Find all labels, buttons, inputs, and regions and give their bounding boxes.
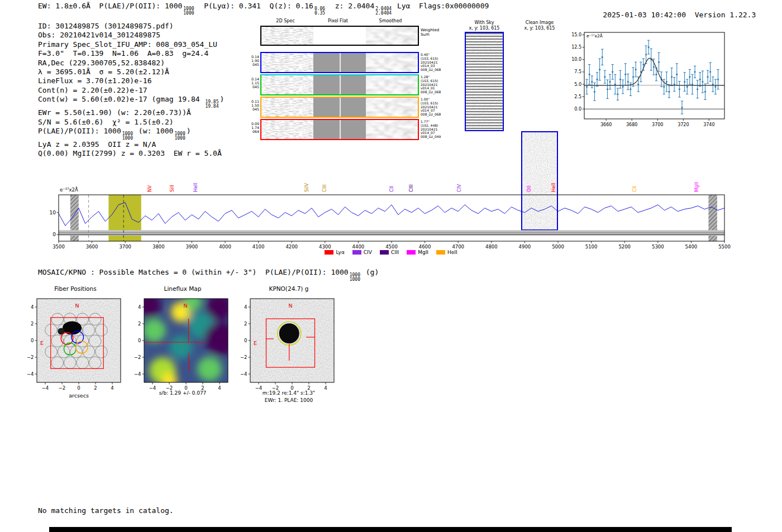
svg-text:−4: −4 [240, 371, 247, 377]
svg-text:0.0: 0.0 [574, 107, 581, 112]
svg-text:12.5: 12.5 [571, 45, 581, 50]
svg-text:5.0: 5.0 [574, 82, 581, 87]
pixel-flat-image [313, 98, 365, 117]
spec2d-row-left-labels: 0.091.74064 [246, 119, 260, 133]
svg-text:CIV: CIV [456, 184, 462, 192]
svg-text:3700: 3700 [652, 122, 663, 127]
svg-text:4: 4 [138, 304, 141, 310]
svg-text:10.0: 10.0 [571, 57, 581, 62]
svg-text:2: 2 [138, 321, 141, 327]
legend-item: CIV [352, 250, 372, 255]
with-sky-image [465, 32, 504, 131]
info-line: LyA z = 2.0395 OII z = N/A [38, 140, 224, 149]
lineflux-map-title: Lineflux Map [130, 285, 236, 292]
legend-item: CIII [380, 250, 399, 255]
svg-text:SiII: SiII [169, 185, 175, 192]
svg-text:0: 0 [31, 338, 34, 343]
spec2d-row-right-labels: WeightedSum [419, 26, 451, 37]
svg-text:N: N [183, 303, 187, 309]
svg-text:MgII: MgII [694, 182, 699, 192]
svg-text:2.5: 2.5 [574, 94, 581, 99]
spec2d-row-right-labels: 1.00"(103, 615)20210421v014_07008_LU_068 [419, 97, 451, 117]
svg-text:0: 0 [53, 232, 56, 237]
svg-text:15.0: 15.0 [571, 32, 581, 37]
svg-text:HeII: HeII [551, 183, 556, 192]
stacked-fraction: 0.060.35 [314, 7, 325, 15]
kpno-caption-2: EWr: 1. PLAE: 1000 [236, 397, 342, 403]
svg-text:3700: 3700 [119, 244, 131, 250]
clean-image-coords: x, y: 103, 615 [519, 26, 560, 31]
svg-text:4900: 4900 [519, 244, 531, 250]
flat-center-line [340, 120, 341, 139]
flat-center-line [340, 98, 341, 117]
legend-label: CIII [391, 250, 399, 255]
info-line: RA,Dec (229.300705,52.838482) [38, 59, 224, 68]
with-sky-title: With Sky [464, 20, 505, 25]
svg-text:4800: 4800 [485, 244, 498, 250]
svg-text:5200: 5200 [618, 244, 631, 250]
svg-text:OII: OII [526, 185, 532, 192]
spec2d-row: WeightedSum [246, 26, 451, 46]
legend-label: Lyα [336, 250, 344, 255]
svg-text:4500: 4500 [385, 244, 398, 250]
legend-swatch [380, 250, 389, 255]
svg-text:−2: −2 [134, 354, 141, 360]
stacked-fraction: 2.04042.0404 [375, 7, 392, 15]
info-line: S/N = 5.6(±0.6) χ² = 1.5(±0.2) [38, 118, 224, 127]
svg-text:5000: 5000 [552, 244, 564, 250]
svg-text:3740: 3740 [703, 122, 714, 127]
with-sky-coords: x, y: 103, 615 [464, 26, 505, 31]
svg-text:4200: 4200 [285, 244, 298, 250]
spec2d-row-right-labels: 1.77"(102, 448)20210421v014_07008_LU_049 [419, 119, 451, 139]
svg-text:0: 0 [138, 338, 141, 343]
svg-text:E: E [40, 340, 44, 346]
spec2d-row-right-labels: 1.28"(103, 615)20210421v014_01008_LU_068 [419, 74, 451, 94]
pixel-flat-image [313, 120, 365, 139]
svg-text:4000: 4000 [219, 244, 231, 250]
svg-text:−4: −4 [42, 385, 49, 391]
svg-text:3720: 3720 [678, 122, 689, 127]
pixel-flat-image [313, 75, 365, 94]
spec2d-row-strip [260, 52, 419, 73]
svg-text:E: E [254, 340, 257, 346]
svg-text:0: 0 [77, 385, 80, 391]
svg-text:4: 4 [244, 304, 247, 310]
smoothed-image [366, 53, 418, 72]
svg-text:N: N [288, 303, 292, 309]
svg-text:2: 2 [31, 321, 34, 327]
info-line: F=3.0" T=0.139 N=1.06 A=0.83 g=24.4 [38, 49, 224, 58]
svg-text:5300: 5300 [652, 244, 664, 250]
stacked-fraction: 10001000 [122, 132, 133, 140]
stacked-fraction: 10001000 [183, 7, 194, 15]
svg-text:2: 2 [244, 321, 247, 327]
legend-label: HeII [447, 250, 457, 255]
info-line: P(LAE)/P(OII): 100010001000 (w: 10001000… [38, 127, 224, 140]
svg-text:3600: 3600 [86, 244, 98, 250]
fiber-positions-plot: NE−4−4−2−2002244arcsecs [22, 293, 128, 405]
kpno-image-title: KPNO(24.7) g [236, 285, 342, 292]
info-line: Primary Spec_Slot_IFU_AMP: 008_093_054_L… [38, 40, 224, 49]
pixel-flat-image [313, 53, 365, 72]
svg-text:10: 10 [50, 210, 56, 215]
legend-swatch [407, 250, 416, 255]
svg-text:7.5: 7.5 [574, 69, 581, 74]
svg-text:−2: −2 [59, 385, 66, 391]
elixer-report-page: EW: 1.8±0.6Å P(LAE)/P(OII): 100010001000… [0, 0, 782, 532]
spec2d-row-left-labels: 0.141.15045 [246, 74, 260, 89]
legend-swatch [325, 250, 333, 255]
pixel-flat-image [313, 27, 365, 45]
svg-text:3500: 3500 [53, 244, 65, 250]
svg-text:5500: 5500 [718, 244, 731, 250]
spec2d-image [261, 27, 313, 45]
stacked-fraction: 10001000 [174, 132, 185, 140]
svg-text:HeII: HeII [193, 183, 198, 192]
svg-text:CII: CII [632, 186, 637, 192]
svg-text:CII: CII [389, 186, 394, 192]
spec2d-row-right-labels: 0.40"(103, 615)20210421v014_03008_LU_068 [419, 52, 451, 72]
header-meta: 2025-01-03 10:42:00 Version 1.22.3 [585, 2, 745, 29]
spectrum-legend: LyαCIVCIIIMgIIHeII [0, 250, 782, 255]
svg-text:0: 0 [244, 338, 247, 343]
spec2d-row: 0.111.500451.00"(103, 615)20210421v014_0… [246, 97, 451, 118]
smoothed-image [366, 27, 418, 45]
flat-center-line [340, 75, 341, 94]
